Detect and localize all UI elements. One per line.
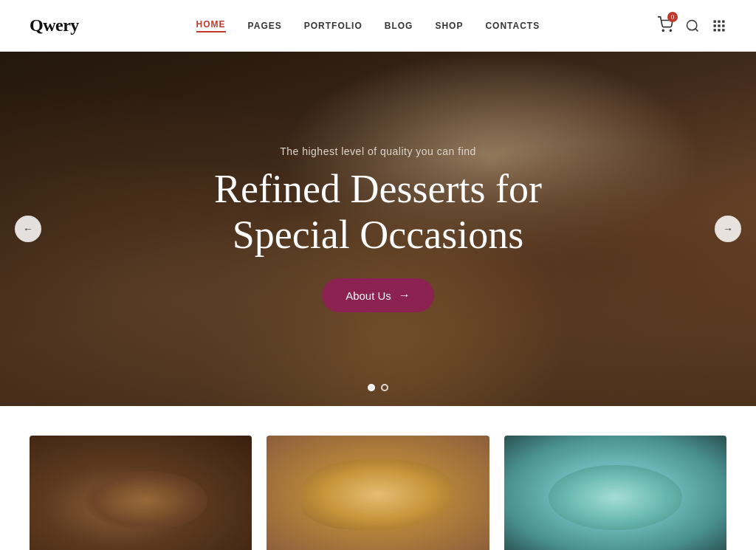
svg-rect-6: [722, 20, 724, 22]
svg-rect-11: [718, 29, 720, 31]
hero-dots: [368, 384, 388, 391]
svg-rect-8: [718, 24, 720, 27]
hero-title: Refined Desserts for Special Occasions: [157, 166, 599, 258]
nav-item-contacts[interactable]: CONTACTS: [485, 21, 540, 31]
svg-point-0: [662, 30, 664, 31]
svg-line-3: [695, 28, 698, 31]
gallery-item-bread[interactable]: [30, 436, 252, 550]
gallery-item-croissant[interactable]: [267, 436, 489, 550]
svg-point-1: [670, 30, 671, 31]
svg-rect-12: [722, 29, 724, 31]
hero-subtitle: The highest level of quality you can fin…: [157, 145, 599, 157]
hero-content: The highest level of quality you can fin…: [157, 145, 599, 312]
svg-rect-5: [718, 20, 720, 22]
main-nav: HOMEPAGESPORTFOLIOBLOGSHOPCONTACTS: [196, 19, 540, 32]
svg-point-2: [687, 20, 697, 30]
nav-item-home[interactable]: HOME: [196, 19, 226, 32]
hero-dot-2[interactable]: [381, 384, 388, 391]
site-logo[interactable]: Qwery: [30, 16, 79, 35]
svg-rect-7: [714, 24, 716, 27]
site-header: Qwery HOMEPAGESPORTFOLIOBLOGSHOPCONTACTS…: [0, 0, 756, 52]
search-button[interactable]: [685, 18, 700, 33]
hero-dot-1[interactable]: [368, 384, 375, 391]
nav-item-shop[interactable]: SHOP: [435, 21, 463, 31]
grid-menu-button[interactable]: [712, 18, 726, 33]
hero-cta-button[interactable]: About Us →: [322, 278, 434, 312]
search-icon: [685, 18, 700, 33]
gallery-item-macaron[interactable]: [504, 436, 726, 550]
nav-item-pages[interactable]: PAGES: [248, 21, 282, 31]
hero-prev-button[interactable]: ←: [15, 216, 41, 242]
hero-section: ← The highest level of quality you can f…: [0, 52, 756, 406]
hero-next-button[interactable]: →: [715, 216, 741, 242]
svg-rect-4: [714, 20, 716, 22]
nav-item-blog[interactable]: BLOG: [385, 21, 413, 31]
grid-icon: [712, 18, 726, 33]
svg-rect-10: [714, 29, 716, 31]
nav-item-portfolio[interactable]: PORTFOLIO: [304, 21, 362, 31]
header-icons: 0: [657, 16, 726, 35]
gallery-section: [0, 406, 756, 550]
cart-badge: 0: [667, 12, 678, 22]
cart-button[interactable]: 0: [657, 16, 673, 35]
svg-rect-9: [722, 24, 724, 27]
